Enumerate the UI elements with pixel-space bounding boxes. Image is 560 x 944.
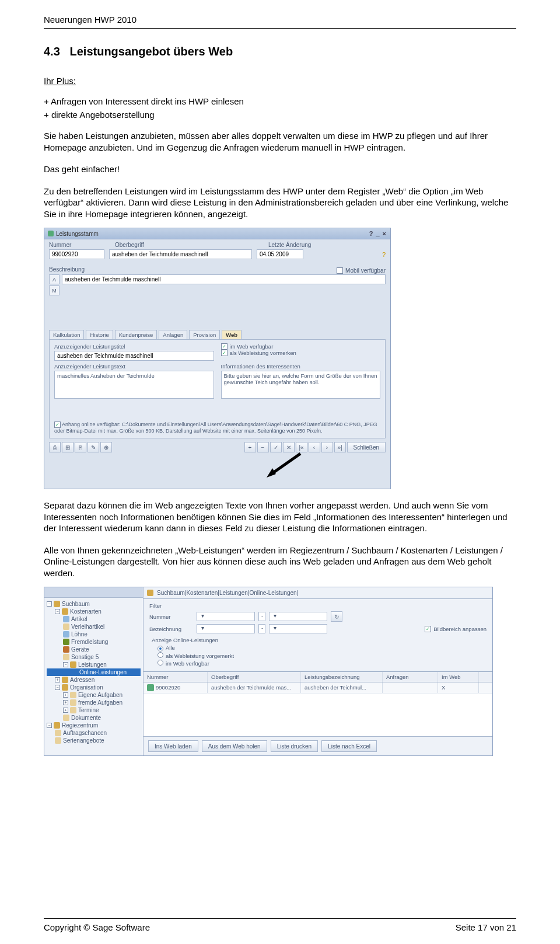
col-nummer[interactable]: Nummer [144,672,208,682]
col-anfragen[interactable]: Anfragen [383,672,438,682]
col-oberbegriff[interactable]: Oberbegriff [208,672,301,682]
tree-item-geraete[interactable]: Geräte [47,646,141,653]
section-number: 4.3 [44,45,60,58]
filter-title: Filter [149,602,487,609]
radio-vorgemerkt[interactable]: als Webleistung vorgemerkt [158,652,481,659]
tree-item-artikel[interactable]: Artikel [47,615,141,623]
filter-bez-2[interactable]: ▾ [269,624,327,633]
format-button-m[interactable]: M [49,285,60,295]
tree-item-organisation[interactable]: −Organisation [47,684,141,691]
tree-item-sonstige[interactable]: Sonstige 5 [47,653,141,661]
filter-nummer-2[interactable]: ▾ [269,612,327,621]
intro-paragraph-3: Zu den betreffenden Leistungen wird im L… [44,186,516,220]
format-button-a[interactable]: A [49,274,60,284]
label-info-interessent: Informationen des Interessenten [221,363,381,370]
window-title: Leistungsstamm [56,231,99,237]
filter-nummer-1[interactable]: ▾ [197,612,255,621]
svg-line-0 [271,454,300,474]
button-liste-excel[interactable]: Liste nach Excel [321,740,377,752]
nummer-input[interactable] [49,249,104,259]
intro-paragraph-1: Sie haben Leistungen anzubieten, müssen … [44,130,516,153]
button-ins-web[interactable]: Ins Web laden [148,740,198,752]
tree-item-eigene[interactable]: +Eigene Aufgaben [47,691,141,699]
tree-item-auftragschancen[interactable]: Auftragschancen [47,729,141,737]
plus-item-1: + Anfragen von Interessent direkt ins HW… [44,96,516,106]
tab-kundenpreise[interactable]: Kundenpreise [115,330,158,339]
bildbereich-label: Bildbereich anpassen [433,626,487,632]
section-title: 4.3 Leistungsangebot übers Web [44,45,516,58]
table-row[interactable]: 99002920 ausheben der Teichmulde mas... … [144,682,492,694]
oberbegriff-input[interactable] [109,249,252,259]
tree-item-online-leistungen[interactable]: Online-Leistungen [47,668,141,676]
filter-nummer-op[interactable]: - [258,612,265,621]
add-button[interactable]: + [244,442,256,452]
tree-item-adressen[interactable]: +Adressen [47,676,141,684]
label-oberbegriff: Oberbegriff [115,242,258,248]
paragraph-separat: Separat dazu können die im Web angezeigt… [44,500,516,534]
tree-item-serienangebote[interactable]: Serienangebote [47,737,141,744]
tab-anlagen[interactable]: Anlagen [159,330,187,339]
tree-item-fremde[interactable]: +fremde Aufgaben [47,699,141,706]
tree-item-verleihartikel[interactable]: Verleihartikel [47,623,141,631]
tab-provision[interactable]: Provision [189,330,220,339]
toolbar-icon-3[interactable]: ⎘ [75,442,86,452]
tree-item-suchbaum[interactable]: −Suchbaum [47,600,141,608]
tree-item-kostenarten[interactable]: −Kostenarten [47,608,141,615]
toolbar-icon-5[interactable]: ⊕ [100,442,112,452]
page-header: Neuerungen HWP 2010 [44,15,516,25]
tab-historie[interactable]: Historie [86,330,113,339]
label-leistungstitel: Anzuzeigender Leistungstitel [54,343,214,350]
checkbox-vormerken[interactable]: ✓als Webleistung vormerken [221,350,381,356]
col-leistungsbez[interactable]: Leistungsbezeichnung [301,672,383,682]
tree-item-regie[interactable]: −Regiezentrum [47,722,141,729]
svg-marker-1 [267,468,276,478]
cancel-button[interactable]: ✕ [283,442,295,452]
mobil-verfuegbar-checkbox[interactable]: Mobil verfügbar [337,266,386,274]
leistungstext-input[interactable]: maschinelles Ausheben der Teichmulde [54,371,214,399]
toolbar-icon-1[interactable]: ⎙ [49,442,61,452]
radio-im-web[interactable]: im Web verfügbar [158,660,481,667]
checkbox-bildbereich[interactable]: ✓Bildbereich anpassen [425,626,487,632]
close-button[interactable]: Schließen [347,442,386,452]
toolbar-icon-2[interactable]: ⊞ [62,442,74,452]
prev-button[interactable]: ‹ [309,442,320,452]
filter-bez-1[interactable]: ▾ [197,624,255,633]
col-im-web[interactable]: Im Web [438,672,479,682]
last-button[interactable]: »| [334,442,346,452]
window-controls[interactable]: ? _ × [369,230,387,237]
app-icon [48,231,54,236]
footer-page-number: Seite 17 von 21 [456,922,516,932]
tree-item-loehne[interactable]: Löhne [47,631,141,638]
tab-kalkulation[interactable]: Kalkulation [49,330,84,339]
breadcrumb-icon [147,590,153,596]
beschreibung-input[interactable] [62,274,386,284]
info-interessent-input[interactable]: Bitte geben sie hier an, welche Form und… [221,371,381,399]
page-footer: Copyright © Sage Software Seite 17 von 2… [44,918,516,932]
tree-view: −Suchbaum −Kostenarten Artikel Verleihar… [44,587,144,755]
radio-alle[interactable]: Alle [158,645,481,652]
filter-bez-op[interactable]: - [258,624,265,633]
label-nummer: Nummer [49,242,104,248]
button-liste-drucken[interactable]: Liste drucken [271,740,318,752]
footer-rule [44,918,516,919]
plus-item-2: + direkte Angebotserstellung [44,110,516,120]
confirm-button[interactable]: ✓ [270,442,282,452]
tree-item-leistungen[interactable]: −Leistungen [47,661,141,668]
ihr-plus-label: Ihr Plus: [44,76,516,86]
tree-item-dokumente[interactable]: Dokumente [47,714,141,722]
tab-web[interactable]: Web [222,330,242,339]
leistungstitel-input[interactable] [54,351,214,361]
leistungsstamm-window: Leistungsstamm ? _ × Nummer Oberbegriff … [44,228,391,489]
checkbox-im-web[interactable]: ✓im Web verfügbar [221,343,381,350]
letzte-input[interactable] [257,249,303,259]
toolbar-icon-4[interactable]: ✎ [88,442,99,452]
remove-button[interactable]: − [257,442,269,452]
filter-refresh-icon[interactable]: ↻ [331,611,342,622]
button-aus-web[interactable]: Aus dem Web holen [202,740,267,752]
tree-item-termine[interactable]: +Termine [47,706,141,714]
tree-header [44,587,143,598]
intro-paragraph-2: Das geht einfacher! [44,163,516,175]
tree-item-fremdleistung[interactable]: Fremdleistung [47,638,141,646]
next-button[interactable]: › [321,442,333,452]
first-button[interactable]: |« [296,442,307,452]
